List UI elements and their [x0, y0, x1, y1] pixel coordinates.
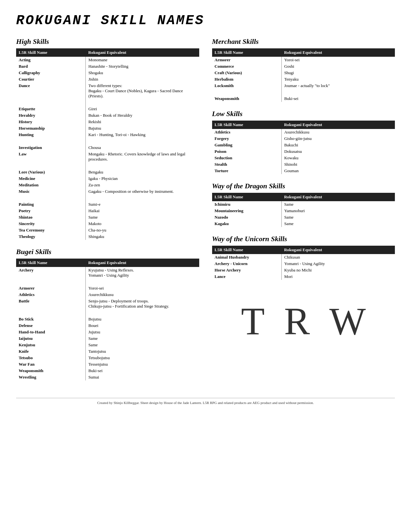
skill-equiv-cell: Shinobi — [281, 161, 395, 168]
skill-name-cell: Painting — [16, 201, 86, 208]
unicorn-skills-col2: Rokugani Equivalent — [281, 246, 395, 254]
table-row: HistoryRekishi — [16, 119, 199, 125]
big-letter-r: R — [284, 299, 310, 344]
skill-equiv-cell: Jishin — [86, 76, 199, 83]
table-row — [16, 138, 199, 144]
skill-name-cell: Investigation — [16, 144, 86, 151]
table-row: DefenseBouei — [16, 322, 199, 329]
low-skills-title: Low Skills — [212, 110, 395, 118]
table-row: DanceTwo different types:Bugaku - Court … — [16, 83, 199, 99]
skill-name-cell — [16, 195, 86, 201]
bugei-skills-title: Bugei Skills — [16, 248, 199, 256]
table-row: ArmorerYoroi-sei — [16, 285, 199, 291]
skill-equiv-cell: Kyujutsu - Using Reflexes.Yomanri - Usin… — [86, 267, 199, 279]
table-row: WrestlingSumai — [16, 374, 199, 380]
table-row: PaintingSumi-e — [16, 201, 199, 208]
skill-equiv-cell: Bajutsu — [86, 125, 199, 132]
skill-equiv-cell: Gagaku - Composition or otherwise by ins… — [86, 188, 199, 195]
skill-equiv-cell: Tantojutsu — [86, 348, 199, 355]
skill-name-cell: Etiquette — [16, 106, 86, 112]
high-skills-col1: L5R Skill Name — [16, 48, 86, 57]
skill-equiv-cell: Same — [86, 335, 199, 342]
table-row: StealthShinobi — [212, 161, 395, 168]
skill-equiv-cell: Bakuchi — [281, 142, 395, 148]
table-row: IaijutsuSame — [16, 335, 199, 342]
skill-equiv-cell: Kari - Hunting, Tori-oi - Hawking — [86, 132, 199, 138]
skill-name-cell: Torture — [212, 168, 282, 174]
skill-name-cell: Theology — [16, 233, 86, 240]
skill-name-cell — [16, 138, 86, 144]
bugei-skills-col2: Rokugani Equivalent — [86, 259, 199, 267]
skill-name-cell: Wrestling — [16, 374, 86, 380]
table-row: ArmorerYoroi-sei — [212, 57, 395, 63]
skill-name-cell: Archery - Unicorn — [212, 261, 282, 267]
skill-equiv-cell: Jujutsu — [86, 329, 199, 335]
skill-equiv-cell — [281, 89, 395, 95]
left-column: High Skills L5R Skill Name Rokugani Equi… — [16, 37, 199, 388]
table-row: MountaineeringYamanoburi — [212, 208, 395, 214]
skill-equiv-cell: Bukan - Book of Heraldry — [86, 112, 199, 119]
skill-name-cell: Commerce — [212, 63, 282, 70]
skill-equiv-cell: Bouei — [86, 322, 199, 329]
table-row — [16, 99, 199, 106]
skill-equiv-cell: Asurechikkusu — [281, 129, 395, 135]
high-skills-title: High Skills — [16, 37, 199, 46]
skill-equiv-cell — [86, 279, 199, 285]
table-row: TheologyShingaku — [16, 233, 199, 240]
table-row: BattleSenjo-jutsu - Deployment of troops… — [16, 298, 199, 310]
dragon-skills-title: Way of the Dragon Skills — [212, 182, 395, 190]
skill-name-cell: Courtier — [16, 76, 86, 83]
skill-equiv-cell: Same — [281, 214, 395, 221]
table-row: LocksmithJoumae - actually "to lock" — [212, 83, 395, 89]
dragon-skills-col2: Rokugani Equivalent — [281, 193, 395, 201]
big-letter-t: T — [241, 299, 265, 344]
low-skills-col1: L5R Skill Name — [212, 121, 282, 129]
skill-name-cell: Knife — [16, 348, 86, 355]
table-row: ForgeryGisho-giin-jutsu — [212, 135, 395, 142]
table-row — [16, 195, 199, 201]
table-row: Animal HusbandryChikusan — [212, 254, 395, 261]
skill-equiv-cell: Makoto — [86, 221, 199, 227]
skill-name-cell: Law — [16, 151, 86, 163]
table-row: ShintaoSame — [16, 214, 199, 221]
skill-equiv-cell: Yomanri - Using Agility — [281, 261, 395, 267]
skill-name-cell: Kenjutsu — [16, 342, 86, 348]
table-row — [16, 163, 199, 169]
skill-name-cell — [16, 279, 86, 285]
bugei-skills-table: L5R Skill Name Rokugani Equivalent Arche… — [16, 259, 199, 380]
skill-equiv-cell: Same — [281, 221, 395, 227]
skill-name-cell: History — [16, 119, 86, 125]
table-row: MeditationZa-zen — [16, 182, 199, 188]
skill-name-cell: Horsemanship — [16, 125, 86, 132]
table-row — [212, 89, 395, 95]
skill-name-cell: Armorer — [212, 57, 282, 63]
skill-equiv-cell: Bengaku — [86, 169, 199, 175]
table-row: CommerceGoshi — [212, 63, 395, 70]
skill-name-cell: Nazodo — [212, 214, 282, 221]
skill-equiv-cell: Two different types:Bugaku - Court Dance… — [86, 83, 199, 99]
skill-name-cell: Bo Stick — [16, 316, 86, 322]
table-row: WeaponsmithBuki-sei — [16, 368, 199, 374]
table-row: ActingMonomane — [16, 57, 199, 63]
table-row: Horse ArcheryKyuba no Michi — [212, 267, 395, 273]
skill-equiv-cell: Mori — [281, 273, 395, 280]
skill-equiv-cell: Sumi-e — [86, 201, 199, 208]
skill-equiv-cell: Bojutsu — [86, 316, 199, 322]
merchant-skills-title: Merchant Skills — [212, 37, 395, 46]
skill-name-cell: Tetsubo — [16, 355, 86, 361]
table-row: InvestigationChousa — [16, 144, 199, 151]
table-row: TortureGouman — [212, 168, 395, 174]
skill-equiv-cell: Dokusatsu — [281, 148, 395, 155]
table-row: PoisonDokusatsu — [212, 148, 395, 155]
skill-equiv-cell: Haikai — [86, 208, 199, 214]
skill-name-cell: Acting — [16, 57, 86, 63]
skill-equiv-cell: Same — [281, 201, 395, 208]
skill-name-cell: Dance — [16, 83, 86, 99]
skill-name-cell: Defense — [16, 322, 86, 329]
skill-name-cell: Lore (Various) — [16, 169, 86, 175]
skill-name-cell: Weaponsmith — [212, 95, 282, 102]
skill-name-cell: Heraldry — [16, 112, 86, 119]
skill-name-cell: Animal Husbandry — [212, 254, 282, 261]
table-row: HuntingKari - Hunting, Tori-oi - Hawking — [16, 132, 199, 138]
big-letters-section: T R W — [212, 293, 395, 350]
